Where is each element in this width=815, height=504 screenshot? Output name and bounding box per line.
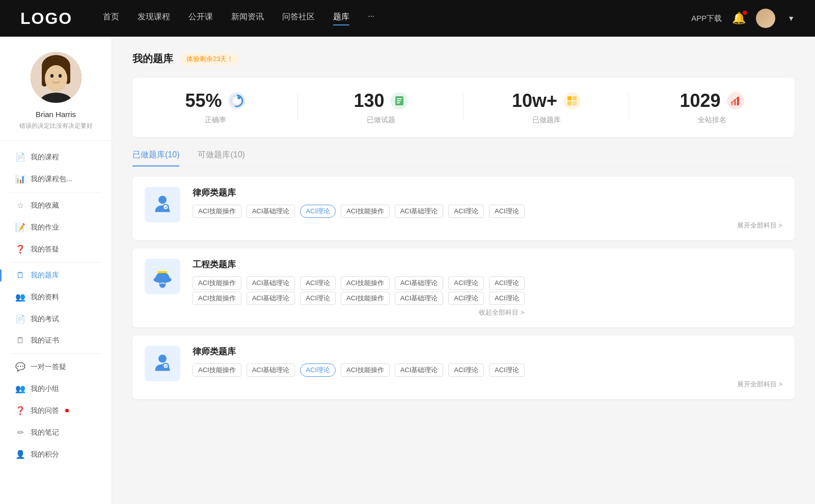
nav-logo: LOGO: [20, 9, 72, 28]
avatar-image: [756, 9, 775, 28]
bank-card-name: 工程类题库: [193, 259, 525, 270]
bar-chart-icon: [729, 95, 742, 107]
group-icon: 👥: [15, 384, 25, 394]
tag-item[interactable]: ACI技能操作: [193, 276, 241, 290]
tag-item[interactable]: ACI基础理论: [395, 292, 444, 305]
main-content: 我的题库 体验剩余23天！ 55%: [112, 37, 815, 504]
tag-item[interactable]: ACI理论: [489, 205, 525, 218]
points-icon: 👤: [15, 450, 25, 459]
sidebar-item-my-exam[interactable]: 📄 我的考试: [0, 308, 112, 330]
qa-icon: ❓: [15, 406, 25, 415]
menu-label: 我的问答: [31, 406, 59, 415]
bank-card-icon: [145, 187, 180, 222]
tag-item[interactable]: ACI理论: [448, 363, 484, 377]
menu-divider: [10, 353, 101, 354]
tag-item[interactable]: ACI技能操作: [341, 363, 390, 377]
menu-label: 我的资料: [31, 293, 59, 302]
bank-icon: 🗒: [15, 271, 25, 280]
stat-value: 130: [354, 90, 384, 111]
sidebar-item-one-on-one[interactable]: 💬 一对一答疑: [0, 356, 112, 378]
tab-todo[interactable]: 可做题库(10): [198, 150, 244, 166]
stat-label: 全站排名: [698, 116, 726, 125]
sidebar-item-my-cert[interactable]: 🗒 我的证书: [0, 330, 112, 351]
menu-label: 我的笔记: [31, 428, 59, 437]
nav-link-bank[interactable]: 题库: [333, 12, 349, 25]
nav-link-more[interactable]: ···: [368, 12, 374, 25]
collapse-link[interactable]: 收起全部科目 >: [193, 308, 525, 317]
menu-divider: [10, 262, 101, 263]
sidebar-item-my-packages[interactable]: 📊 我的课程包...: [0, 168, 112, 190]
sidebar-item-my-answers[interactable]: ❓ 我的问答: [0, 400, 112, 422]
tag-item[interactable]: ACI技能操作: [193, 292, 241, 305]
nav-link-home[interactable]: 首页: [103, 12, 119, 25]
svg-point-5: [50, 74, 53, 78]
profile-avatar: [31, 52, 82, 103]
tag-item[interactable]: ACI理论: [300, 276, 336, 290]
nav-link-news[interactable]: 新闻资讯: [231, 12, 264, 25]
sidebar-item-my-favorites[interactable]: ☆ 我的收藏: [0, 194, 112, 216]
app-download-link[interactable]: APP下载: [691, 14, 722, 23]
tag-item[interactable]: ACI理论: [489, 292, 525, 305]
stat-label: 正确率: [205, 116, 226, 125]
expand-link[interactable]: 展开全部科目 >: [193, 221, 782, 230]
sidebar-item-my-homework[interactable]: 📝 我的作业: [0, 216, 112, 238]
tag-item[interactable]: ACI技能操作: [193, 363, 241, 377]
tag-item[interactable]: ACI理论: [489, 276, 525, 290]
menu-label: 我的课程包...: [31, 175, 72, 184]
sidebar-item-my-profile[interactable]: 👥 我的资料: [0, 286, 112, 308]
nav-link-qa[interactable]: 问答社区: [282, 12, 315, 25]
nav-bell-button[interactable]: 🔔: [732, 12, 746, 25]
tabs: 已做题库(10) 可做题库(10): [132, 149, 795, 166]
edit-icon: 📝: [15, 222, 25, 232]
tag-item[interactable]: ACI技能操作: [341, 205, 390, 218]
tag-item[interactable]: ACI技能操作: [193, 205, 241, 218]
expand-link[interactable]: 展开全部科目 >: [193, 380, 782, 389]
lawyer-icon: [150, 192, 175, 217]
accuracy-icon: [228, 92, 246, 109]
nav-right: APP下载 🔔 ▼: [691, 9, 795, 28]
chevron-down-icon[interactable]: ▼: [787, 14, 795, 22]
nav-link-opencourse[interactable]: 公开课: [188, 12, 213, 25]
stat-value: 1029: [680, 90, 720, 111]
sidebar-item-my-notes[interactable]: ✏ 我的笔记: [0, 422, 112, 443]
navbar: LOGO 首页 发现课程 公开课 新闻资讯 问答社区 题库 ··· APP下载 …: [0, 0, 815, 37]
tag-item[interactable]: ACI基础理论: [247, 276, 295, 290]
bank-card-info: 工程类题库 ACI技能操作 ACI基础理论 ACI理论 ACI技能操作 ACI基…: [193, 259, 525, 317]
tag-item-selected[interactable]: ACI理论: [300, 363, 336, 377]
tag-item[interactable]: ACI技能操作: [341, 292, 390, 305]
tag-item[interactable]: ACI基础理论: [247, 205, 295, 218]
tag-item[interactable]: ACI理论: [300, 292, 336, 305]
document-icon: 📄: [15, 152, 25, 162]
tag-item[interactable]: ACI基础理论: [395, 205, 444, 218]
bank-card-top: 工程类题库 ACI技能操作 ACI基础理论 ACI理论 ACI技能操作 ACI基…: [145, 259, 525, 317]
sidebar-item-my-bank[interactable]: 🗒 我的题库: [0, 265, 112, 286]
tag-item[interactable]: ACI理论: [448, 292, 484, 305]
tag-item[interactable]: ACI基础理论: [247, 292, 295, 305]
questions-icon: [391, 92, 408, 109]
tag-item-selected[interactable]: ACI理论: [300, 205, 336, 218]
grid-icon: [566, 95, 578, 107]
sidebar-item-my-points[interactable]: 👤 我的积分: [0, 443, 112, 465]
svg-rect-17: [573, 96, 577, 100]
svg-point-28: [159, 282, 166, 288]
stat-top: 1029: [680, 90, 744, 111]
sidebar-item-my-group[interactable]: 👥 我的小组: [0, 378, 112, 400]
sidebar-item-my-questions[interactable]: ❓ 我的答疑: [0, 238, 112, 260]
tag-item[interactable]: ACI基础理论: [395, 276, 444, 290]
tag-item[interactable]: ACI理论: [489, 363, 525, 377]
svg-rect-27: [157, 271, 167, 273]
tab-done[interactable]: 已做题库(10): [132, 150, 179, 166]
tag-item[interactable]: ACI理论: [448, 205, 484, 218]
tag-item[interactable]: ACI基础理论: [247, 363, 295, 377]
sidebar-item-my-courses[interactable]: 📄 我的课程: [0, 146, 112, 168]
tag-item[interactable]: ACI理论: [448, 276, 484, 290]
tag-item[interactable]: ACI技能操作: [341, 276, 390, 290]
bank-card-name: 律师类题库: [193, 187, 782, 199]
question-icon: ❓: [15, 244, 25, 254]
nav-link-discover[interactable]: 发现课程: [138, 12, 170, 25]
nav-avatar[interactable]: [756, 9, 775, 28]
menu-label: 我的答疑: [31, 245, 59, 254]
nav-links: 首页 发现课程 公开课 新闻资讯 问答社区 题库 ···: [103, 12, 691, 25]
tag-item[interactable]: ACI基础理论: [395, 363, 444, 377]
tag-row-1: ACI技能操作 ACI基础理论 ACI理论 ACI技能操作 ACI基础理论 AC…: [193, 276, 525, 290]
